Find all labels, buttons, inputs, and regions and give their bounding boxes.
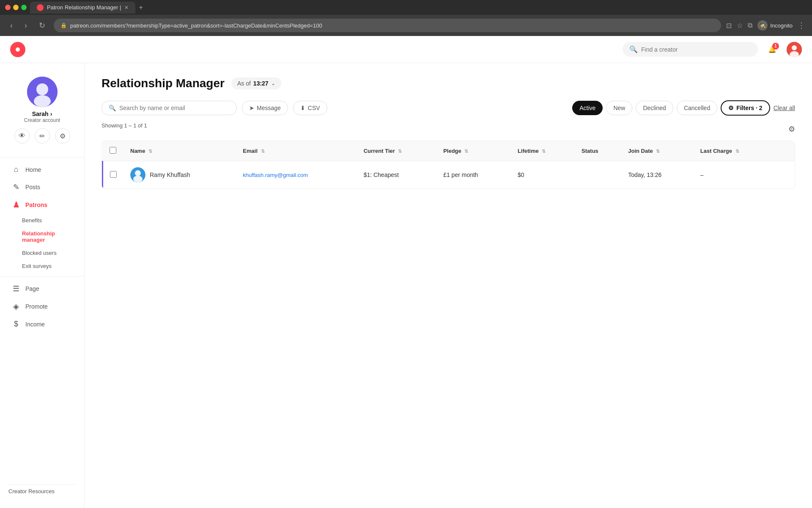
sidebar-sub-benefits[interactable]: Benefits — [0, 214, 84, 227]
col-lifetime[interactable]: Lifetime ⇅ — [511, 141, 575, 161]
clear-all-button[interactable]: Clear all — [774, 105, 795, 111]
sidebar-sub-exit-surveys[interactable]: Exit surveys — [0, 260, 84, 273]
minimize-dot[interactable] — [13, 5, 19, 10]
sidebar-item-promote-label: Promote — [25, 303, 48, 310]
sidebar-item-income[interactable]: $ Income — [3, 315, 81, 333]
income-icon: $ — [12, 320, 20, 329]
col-join-date[interactable]: Join Date ⇅ — [621, 141, 694, 161]
patreon-logo[interactable] — [10, 42, 25, 57]
col-status: Status — [575, 141, 621, 161]
search-box[interactable]: 🔍 — [102, 101, 237, 115]
address-bar[interactable]: 🔒 patreon.com/members?membershipType=act… — [54, 19, 721, 32]
patron-avatar — [130, 167, 145, 182]
search-input[interactable] — [119, 105, 230, 111]
svg-point-1 — [792, 45, 797, 50]
patreon-app: 🔍 🔔 1 — [0, 36, 812, 508]
patron-lifetime-cell: $0 — [511, 161, 575, 189]
page-header: Relationship Manager As of 13:27 ⌄ — [102, 77, 795, 90]
close-tab-button[interactable]: ✕ — [124, 5, 129, 11]
settings-button[interactable]: ⚙ — [55, 128, 70, 144]
back-button[interactable]: ‹ — [7, 19, 16, 32]
csv-button[interactable]: ⬇ CSV — [293, 101, 327, 115]
table-settings-button[interactable]: ⚙ — [788, 124, 795, 134]
browser-toolbar: ‹ › ↻ 🔒 patreon.com/members?membershipTy… — [0, 15, 812, 36]
sidebar-item-home-label: Home — [25, 166, 41, 173]
select-all-checkbox[interactable] — [110, 147, 116, 154]
col-email[interactable]: Email ⇅ — [236, 141, 357, 161]
notification-button[interactable]: 🔔 1 — [765, 42, 780, 57]
table-header: Name ⇅ Email ⇅ Current Tier ⇅ — [103, 141, 795, 161]
top-nav: 🔍 🔔 1 — [0, 36, 812, 63]
sidebar-sub-relationship-manager[interactable]: Relationship manager — [0, 227, 84, 246]
promote-icon: ◈ — [12, 302, 20, 311]
profile-name[interactable]: Sarah › — [32, 110, 52, 117]
filters-button[interactable]: ⚙ Filters · 2 — [721, 100, 770, 116]
message-button[interactable]: ➤ Message — [242, 101, 288, 115]
filter-btn-group: Active New Declined Cancelled ⚙ Filters … — [572, 100, 795, 116]
bookmark-icon[interactable]: ☆ — [737, 22, 743, 30]
top-nav-right: 🔔 1 — [765, 42, 802, 57]
sidebar-sub-blocked-users[interactable]: Blocked users — [0, 246, 84, 260]
tab-title: Patron Relationship Manager | — [47, 4, 121, 11]
profile-avatar — [27, 77, 58, 107]
patron-pledge-cell: £1 per month — [436, 161, 511, 189]
col-name[interactable]: Name ⇅ — [123, 141, 236, 161]
edit-button[interactable]: ✏ — [35, 128, 50, 144]
incognito-icon: 🕵 — [757, 20, 768, 30]
email-sort-icon: ⇅ — [261, 149, 265, 154]
patron-email-link[interactable]: khuffash.ramy@gmail.com — [243, 172, 308, 178]
as-of-label: As of — [237, 80, 251, 87]
forward-button[interactable]: › — [21, 19, 30, 32]
main-content: Relationship Manager As of 13:27 ⌄ 🔍 ➤ M… — [85, 63, 812, 508]
sidebar-item-page[interactable]: ☰ Page — [3, 280, 81, 298]
sidebar-item-posts-label: Posts — [25, 184, 40, 190]
declined-filter-button[interactable]: Declined — [636, 101, 673, 115]
sidebar: Sarah › Creator account 👁 ✏ ⚙ ⌂ Home ✎ P… — [0, 63, 85, 508]
sidebar-profile: Sarah › Creator account 👁 ✏ ⚙ — [0, 70, 84, 150]
url-text: patreon.com/members?membershipType=activ… — [70, 22, 322, 29]
maximize-dot[interactable] — [21, 5, 27, 10]
more-options-icon[interactable]: ⋮ — [798, 21, 805, 30]
patron-join-date-cell: Today, 13:26 — [621, 161, 694, 189]
browser-tab[interactable]: Patron Relationship Manager | ✕ — [30, 2, 135, 14]
patron-name-cell: Ramy Khuffash — [123, 161, 236, 189]
sidebar-sub-blocked-users-label: Blocked users — [22, 250, 57, 256]
profile-chevron: › — [50, 110, 52, 117]
sidebar-item-patrons[interactable]: ♟ Patrons — [3, 196, 81, 214]
cast-icon[interactable]: ⊡ — [726, 22, 732, 30]
pledge-sort-icon: ⇅ — [464, 149, 468, 154]
as-of-badge[interactable]: As of 13:27 ⌄ — [231, 77, 281, 89]
incognito-badge: 🕵 Incognito — [757, 20, 793, 30]
col-pledge[interactable]: Pledge ⇅ — [436, 141, 511, 161]
sidebar-item-promote[interactable]: ◈ Promote — [3, 298, 81, 315]
sidebar-sub-relationship-manager-label: Relationship manager — [22, 230, 55, 243]
table-row: Ramy Khuffash khuffash.ramy@gmail.com $1… — [103, 161, 795, 189]
view-page-button[interactable]: 👁 — [14, 128, 30, 144]
join-date-sort-icon: ⇅ — [656, 149, 660, 154]
cancelled-filter-button[interactable]: Cancelled — [677, 101, 717, 115]
new-filter-button[interactable]: New — [606, 101, 632, 115]
new-tab-button[interactable]: + — [139, 4, 143, 11]
sidebar-divider-1 — [0, 157, 84, 157]
creator-resources-link[interactable]: Creator Resources — [8, 488, 76, 494]
close-dot[interactable] — [5, 5, 11, 10]
find-creator-input[interactable] — [641, 46, 751, 53]
message-icon: ➤ — [249, 105, 254, 111]
user-avatar[interactable] — [787, 42, 802, 57]
sidebar-item-posts[interactable]: ✎ Posts — [3, 178, 81, 196]
download-icon: ⬇ — [300, 105, 305, 111]
svg-point-4 — [36, 83, 48, 95]
patron-last-charge-cell: – — [694, 161, 774, 189]
top-nav-search-container[interactable]: 🔍 — [623, 42, 758, 57]
row-checkbox-cell[interactable] — [103, 161, 124, 189]
extension-icon[interactable]: ⧉ — [748, 22, 752, 29]
col-current-tier[interactable]: Current Tier ⇅ — [357, 141, 437, 161]
row-checkbox[interactable] — [110, 171, 117, 178]
active-filter-button[interactable]: Active — [572, 101, 603, 115]
reload-button[interactable]: ↻ — [36, 19, 49, 32]
patreon-logo-mark — [10, 42, 25, 57]
patron-name-container: Ramy Khuffash — [130, 167, 229, 182]
col-last-charge[interactable]: Last Charge ⇅ — [694, 141, 774, 161]
sidebar-item-home[interactable]: ⌂ Home — [3, 161, 81, 178]
select-all-header[interactable] — [103, 141, 124, 161]
